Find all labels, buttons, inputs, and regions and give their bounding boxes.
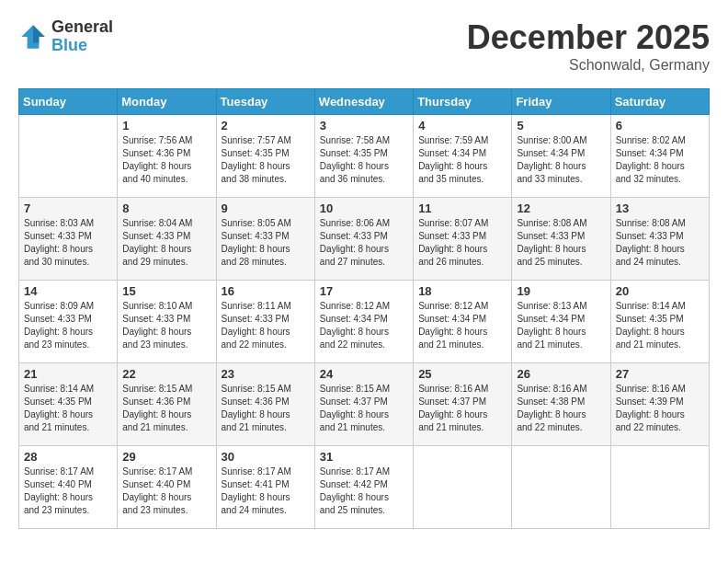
day-info: Sunrise: 8:00 AMSunset: 4:34 PMDaylight:… (517, 134, 605, 186)
day-number: 14 (24, 284, 112, 298)
calendar-cell: 9Sunrise: 8:05 AMSunset: 4:33 PMDaylight… (216, 198, 314, 281)
day-number: 5 (517, 119, 605, 132)
day-info: Sunrise: 8:03 AMSunset: 4:33 PMDaylight:… (24, 217, 112, 269)
day-number: 17 (320, 284, 408, 298)
calendar-cell: 2Sunrise: 7:57 AMSunset: 4:35 PMDaylight… (216, 115, 314, 198)
calendar-cell: 12Sunrise: 8:08 AMSunset: 4:33 PMDayligh… (512, 198, 610, 281)
month-title: December 2025 (467, 18, 710, 57)
logo-text: General Blue (51, 18, 113, 55)
calendar-table: SundayMondayTuesdayWednesdayThursdayFrid… (18, 88, 710, 529)
day-number: 4 (418, 119, 506, 132)
calendar-cell: 11Sunrise: 8:07 AMSunset: 4:33 PMDayligh… (414, 198, 512, 281)
day-info: Sunrise: 7:56 AMSunset: 4:36 PMDaylight:… (122, 134, 210, 186)
day-info: Sunrise: 8:15 AMSunset: 4:36 PMDaylight:… (122, 383, 210, 434)
weekday-header-row: SundayMondayTuesdayWednesdayThursdayFrid… (19, 89, 710, 115)
calendar-cell: 10Sunrise: 8:06 AMSunset: 4:33 PMDayligh… (314, 198, 413, 281)
day-number: 28 (24, 450, 112, 464)
calendar-cell: 1Sunrise: 7:56 AMSunset: 4:36 PMDaylight… (118, 115, 216, 198)
day-number: 16 (222, 284, 310, 298)
logo: General Blue (18, 18, 113, 55)
calendar-cell: 22Sunrise: 8:15 AMSunset: 4:36 PMDayligh… (118, 363, 216, 446)
day-number: 9 (222, 201, 310, 215)
day-info: Sunrise: 8:02 AMSunset: 4:34 PMDaylight:… (616, 134, 704, 186)
day-number: 8 (122, 201, 210, 215)
calendar-cell: 8Sunrise: 8:04 AMSunset: 4:33 PMDaylight… (118, 198, 216, 281)
day-number: 26 (517, 367, 605, 381)
day-info: Sunrise: 8:08 AMSunset: 4:33 PMDaylight:… (517, 217, 605, 269)
day-info: Sunrise: 8:16 AMSunset: 4:39 PMDaylight:… (616, 383, 704, 434)
day-number: 6 (616, 119, 704, 132)
day-info: Sunrise: 8:09 AMSunset: 4:33 PMDaylight:… (24, 300, 112, 351)
day-info: Sunrise: 8:06 AMSunset: 4:33 PMDaylight:… (320, 217, 408, 269)
day-number: 25 (418, 367, 506, 381)
day-number: 12 (517, 201, 605, 215)
calendar-cell: 25Sunrise: 8:16 AMSunset: 4:37 PMDayligh… (414, 363, 512, 446)
calendar-cell: 5Sunrise: 8:00 AMSunset: 4:34 PMDaylight… (512, 115, 610, 198)
day-number: 3 (320, 119, 408, 132)
day-info: Sunrise: 8:12 AMSunset: 4:34 PMDaylight:… (418, 300, 506, 351)
day-number: 15 (122, 284, 210, 298)
calendar-cell: 24Sunrise: 8:15 AMSunset: 4:37 PMDayligh… (314, 363, 413, 446)
day-number: 2 (222, 119, 310, 132)
day-number: 20 (616, 284, 704, 298)
day-info: Sunrise: 8:12 AMSunset: 4:34 PMDaylight:… (320, 300, 408, 351)
calendar-week-row: 14Sunrise: 8:09 AMSunset: 4:33 PMDayligh… (19, 281, 710, 363)
day-info: Sunrise: 7:57 AMSunset: 4:35 PMDaylight:… (222, 134, 310, 186)
weekday-header-wednesday: Wednesday (314, 89, 413, 115)
logo-blue-text: Blue (51, 37, 113, 55)
weekday-header-sunday: Sunday (19, 89, 118, 115)
calendar-cell: 23Sunrise: 8:15 AMSunset: 4:36 PMDayligh… (216, 363, 314, 446)
day-info: Sunrise: 8:07 AMSunset: 4:33 PMDaylight:… (418, 217, 506, 269)
calendar-cell: 20Sunrise: 8:14 AMSunset: 4:35 PMDayligh… (610, 281, 709, 363)
day-number: 7 (24, 201, 112, 215)
calendar-cell: 18Sunrise: 8:12 AMSunset: 4:34 PMDayligh… (414, 281, 512, 363)
calendar-week-row: 7Sunrise: 8:03 AMSunset: 4:33 PMDaylight… (19, 198, 710, 281)
day-number: 13 (616, 201, 704, 215)
day-number: 31 (320, 450, 408, 464)
day-info: Sunrise: 8:16 AMSunset: 4:38 PMDaylight:… (517, 383, 605, 434)
calendar-cell: 16Sunrise: 8:11 AMSunset: 4:33 PMDayligh… (216, 281, 314, 363)
day-info: Sunrise: 8:16 AMSunset: 4:37 PMDaylight:… (418, 383, 506, 434)
calendar-cell (19, 115, 118, 198)
calendar-cell: 29Sunrise: 8:17 AMSunset: 4:40 PMDayligh… (118, 446, 216, 529)
day-info: Sunrise: 8:08 AMSunset: 4:33 PMDaylight:… (616, 217, 704, 269)
day-number: 24 (320, 367, 408, 381)
day-number: 18 (418, 284, 506, 298)
day-info: Sunrise: 8:15 AMSunset: 4:36 PMDaylight:… (222, 383, 310, 434)
day-info: Sunrise: 8:05 AMSunset: 4:33 PMDaylight:… (222, 217, 310, 269)
calendar-cell: 3Sunrise: 7:58 AMSunset: 4:35 PMDaylight… (314, 115, 413, 198)
calendar-cell: 28Sunrise: 8:17 AMSunset: 4:40 PMDayligh… (19, 446, 118, 529)
calendar-cell: 27Sunrise: 8:16 AMSunset: 4:39 PMDayligh… (610, 363, 709, 446)
calendar-cell: 17Sunrise: 8:12 AMSunset: 4:34 PMDayligh… (314, 281, 413, 363)
day-info: Sunrise: 8:04 AMSunset: 4:33 PMDaylight:… (122, 217, 210, 269)
day-number: 19 (517, 284, 605, 298)
calendar-week-row: 21Sunrise: 8:14 AMSunset: 4:35 PMDayligh… (19, 363, 710, 446)
weekday-header-monday: Monday (118, 89, 216, 115)
weekday-header-saturday: Saturday (610, 89, 709, 115)
calendar-cell: 4Sunrise: 7:59 AMSunset: 4:34 PMDaylight… (414, 115, 512, 198)
day-info: Sunrise: 7:59 AMSunset: 4:34 PMDaylight:… (418, 134, 506, 186)
calendar-cell: 15Sunrise: 8:10 AMSunset: 4:33 PMDayligh… (118, 281, 216, 363)
day-number: 10 (320, 201, 408, 215)
weekday-header-friday: Friday (512, 89, 610, 115)
weekday-header-thursday: Thursday (414, 89, 512, 115)
logo-icon (18, 22, 48, 52)
day-info: Sunrise: 8:17 AMSunset: 4:41 PMDaylight:… (222, 465, 310, 517)
day-info: Sunrise: 8:11 AMSunset: 4:33 PMDaylight:… (222, 300, 310, 351)
calendar-week-row: 1Sunrise: 7:56 AMSunset: 4:36 PMDaylight… (19, 115, 710, 198)
day-info: Sunrise: 8:14 AMSunset: 4:35 PMDaylight:… (616, 300, 704, 351)
calendar-cell: 13Sunrise: 8:08 AMSunset: 4:33 PMDayligh… (610, 198, 709, 281)
calendar-cell (512, 446, 610, 529)
location-subtitle: Schonwald, Germany (467, 57, 710, 74)
day-number: 27 (616, 367, 704, 381)
calendar-cell (414, 446, 512, 529)
day-number: 23 (222, 367, 310, 381)
day-info: Sunrise: 8:17 AMSunset: 4:40 PMDaylight:… (122, 465, 210, 517)
day-info: Sunrise: 8:17 AMSunset: 4:40 PMDaylight:… (24, 465, 112, 517)
calendar-cell: 6Sunrise: 8:02 AMSunset: 4:34 PMDaylight… (610, 115, 709, 198)
day-number: 30 (222, 450, 310, 464)
calendar-cell: 14Sunrise: 8:09 AMSunset: 4:33 PMDayligh… (19, 281, 118, 363)
calendar-cell: 30Sunrise: 8:17 AMSunset: 4:41 PMDayligh… (216, 446, 314, 529)
page-header: General Blue December 2025 Schonwald, Ge… (18, 18, 710, 74)
calendar-week-row: 28Sunrise: 8:17 AMSunset: 4:40 PMDayligh… (19, 446, 710, 529)
